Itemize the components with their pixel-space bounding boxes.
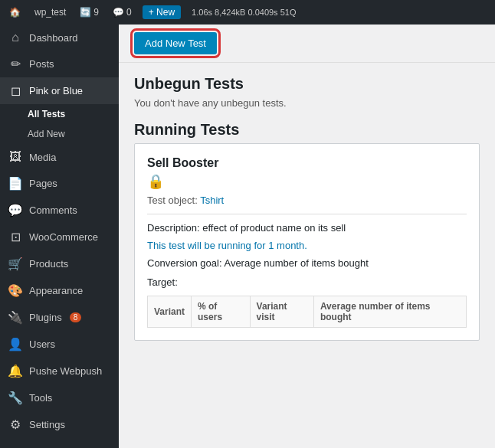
main-content: Add New Test Unbegun Tests You don't hav… [119, 25, 495, 448]
sidebar-item-tools[interactable]: 🔧 Tools [0, 384, 119, 411]
test-object-text: Test object: [147, 195, 198, 206]
performance-stats: 1.06s 8,424kB 0.0409s 51Q [192, 8, 296, 17]
sidebar-item-dashboard[interactable]: ⌂ Dashboard [0, 25, 119, 51]
sidebar-label-add-new: Add New [28, 129, 65, 139]
content-header: Add New Test [119, 25, 495, 63]
col-header-users: % of users [192, 296, 251, 328]
card-divider-1 [147, 214, 467, 214]
media-icon: 🖼 [8, 150, 23, 164]
stats-values: 1.06s 8,424kB 0.0409s 51Q [192, 8, 296, 17]
comments-count: 0 [126, 7, 132, 18]
sidebar-item-appearance[interactable]: 🎨 Appearance [0, 277, 119, 304]
test-object-link[interactable]: Tshirt [200, 195, 224, 206]
site-name-link[interactable]: wp_test [31, 7, 69, 18]
sidebar-item-pages[interactable]: 📄 Pages [0, 170, 119, 197]
conversion-goal-label: Conversion goal: Average number of items… [147, 257, 369, 269]
sidebar-label-media: Media [29, 152, 56, 163]
posts-icon: ✏ [8, 57, 23, 71]
updates-count: 9 [93, 7, 99, 18]
appearance-icon: 🎨 [8, 283, 23, 298]
sidebar-item-comments[interactable]: 💬 Comments [0, 197, 119, 224]
conversion-goal-text: Conversion goal: Average number of items… [147, 257, 467, 269]
sidebar-label-products: Products [29, 258, 68, 270]
col-header-visit: Variant visit [250, 296, 313, 328]
new-content-button[interactable]: + New [143, 5, 181, 19]
col-header-variant: Variant [148, 296, 192, 328]
users-icon: 👤 [8, 337, 23, 352]
site-name-label: wp_test [34, 7, 66, 18]
table-header-row: Variant % of users Variant visit Average… [148, 296, 467, 328]
results-table: Variant % of users Variant visit Average… [147, 296, 467, 328]
sidebar-item-media[interactable]: 🖼 Media [0, 144, 119, 170]
sidebar-item-pink-or-blue[interactable]: ◻ Pink or Blue [0, 77, 119, 104]
sidebar-label-plugins: Plugins [29, 312, 62, 323]
test-object-label: Test object: Tshirt [147, 195, 467, 206]
unbegun-section-subtitle: You don't have any unbegun tests. [134, 97, 480, 109]
woocommerce-icon: ⊡ [8, 230, 23, 244]
pushe-icon: 🔔 [8, 364, 23, 378]
sidebar-item-settings[interactable]: ⚙ Settings [0, 411, 119, 438]
test-description: Description: effect of product name on i… [147, 222, 467, 234]
tools-icon: 🔧 [8, 391, 23, 405]
sidebar-item-all-tests[interactable]: All Tests [0, 104, 119, 124]
test-card-sell-booster: Sell Booster 🔒 Test object: Tshirt Descr… [134, 143, 480, 341]
updates-icon: 🔄 [80, 7, 91, 18]
settings-icon: ⚙ [8, 417, 23, 432]
sidebar-label-comments: Comments [29, 204, 77, 216]
sidebar-item-plugins[interactable]: 🔌 Plugins 8 [0, 304, 119, 331]
wp-logo-icon: 🏠 [9, 7, 21, 18]
sidebar: ⌂ Dashboard ✏ Posts ◻ Pink or Blue All T… [0, 25, 119, 448]
sidebar-label-users: Users [29, 338, 55, 350]
sidebar-item-woocommerce[interactable]: ⊡ WooCommerce [0, 224, 119, 250]
dashboard-icon: ⌂ [8, 31, 23, 44]
sidebar-item-products[interactable]: 🛒 Products [0, 250, 119, 277]
admin-bar: 🏠 wp_test 🔄 9 💬 0 + New 1.06s 8,424kB 0.… [0, 0, 495, 25]
comments-nav-icon: 💬 [8, 203, 23, 217]
sidebar-item-pushe-webpush[interactable]: 🔔 Pushe Webpush [0, 358, 119, 384]
sidebar-item-add-new[interactable]: Add New [0, 124, 119, 144]
sidebar-label-pages: Pages [29, 178, 57, 189]
add-new-test-button[interactable]: Add New Test [134, 32, 217, 54]
sidebar-label-pink-or-blue: Pink or Blue [29, 85, 83, 96]
sidebar-label-appearance: Appearance [29, 285, 83, 296]
products-icon: 🛒 [8, 257, 23, 271]
sidebar-label-pushe-webpush: Pushe Webpush [29, 365, 102, 377]
sidebar-label-tools: Tools [29, 392, 52, 404]
sidebar-label-settings: Settings [29, 419, 65, 430]
new-content-label: + New [149, 7, 175, 18]
sidebar-item-users[interactable]: 👤 Users [0, 331, 119, 358]
sidebar-label-all-tests: All Tests [28, 109, 65, 119]
unbegun-section-title: Unbegun Tests [134, 75, 480, 93]
test-card-title: Sell Booster [147, 156, 467, 170]
comments-icon: 💬 [113, 7, 124, 18]
running-note: This test will be running for 1 month. [147, 240, 467, 251]
updates-link[interactable]: 🔄 9 [77, 7, 102, 18]
lock-icon: 🔒 [147, 173, 467, 190]
content-body: Unbegun Tests You don't have any unbegun… [119, 63, 495, 365]
running-section-title: Running Tests [134, 121, 480, 139]
sidebar-label-woocommerce: WooCommerce [29, 231, 98, 243]
plugins-icon: 🔌 [8, 310, 23, 325]
wp-logo-link[interactable]: 🏠 [6, 7, 24, 18]
col-header-avg: Average number of items bought [313, 296, 466, 328]
pink-or-blue-icon: ◻ [8, 83, 23, 98]
pages-icon: 📄 [8, 176, 23, 191]
sidebar-label-posts: Posts [29, 58, 54, 70]
sidebar-item-posts[interactable]: ✏ Posts [0, 51, 119, 77]
target-label: Target: [147, 276, 467, 288]
sidebar-label-dashboard: Dashboard [29, 32, 78, 44]
plugins-badge: 8 [70, 312, 82, 322]
comments-link[interactable]: 💬 0 [110, 7, 135, 18]
